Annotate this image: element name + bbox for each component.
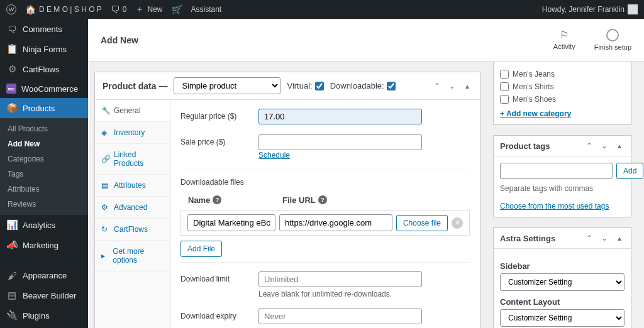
categories-panel: Men's Jeans Men's Shirts Men's Shoes + A…: [493, 62, 631, 125]
avatar: [628, 4, 638, 14]
menu-ninjaforms[interactable]: 📋Ninja Forms: [0, 39, 88, 59]
gear-icon: ⚙: [101, 203, 110, 212]
tags-hint: Separate tags with commas: [500, 184, 625, 193]
move-up-icon[interactable]: ⌃: [584, 233, 594, 243]
menu-plugins[interactable]: 🔌Plugins: [0, 305, 88, 325]
tab-attributes[interactable]: ▤Attributes: [95, 175, 170, 197]
move-down-icon[interactable]: ⌄: [599, 141, 609, 151]
menu-products[interactable]: 📦Products: [0, 98, 88, 118]
tags-panel: Product tags ⌃ ⌄ ▴ Add Separate tags wit…: [493, 135, 631, 217]
sale-price-label: Sale price ($): [180, 134, 250, 146]
submenu-all[interactable]: All Products: [0, 121, 88, 136]
move-up-icon[interactable]: ⌃: [584, 141, 594, 151]
submenu-reviews[interactable]: Reviews: [0, 197, 88, 212]
astra-sidebar-select[interactable]: Customizer Setting: [500, 273, 625, 291]
tab-general[interactable]: 🔧General: [95, 100, 170, 122]
file-row: Choose file ✕: [180, 210, 470, 236]
link-icon: 🔗: [101, 155, 110, 163]
regular-price-label: Regular price ($): [180, 109, 250, 121]
list-icon: ▤: [101, 181, 110, 190]
astra-title: Astra Settings: [500, 234, 555, 243]
cart-icon[interactable]: 🛒: [172, 4, 182, 14]
collapse-icon[interactable]: ▴: [462, 81, 472, 91]
help-icon[interactable]: ?: [213, 195, 221, 204]
comments-link[interactable]: 🗨0: [111, 4, 127, 14]
most-used-tags-link[interactable]: Choose from the most used tags: [500, 202, 625, 210]
cartflows-icon: ⚙: [6, 63, 18, 75]
tab-more[interactable]: ▸Get more options: [95, 241, 170, 271]
collapse-icon[interactable]: ▴: [614, 141, 625, 151]
page-header: Add New ⚐ Activity Finish setup: [88, 19, 644, 62]
submenu-addnew[interactable]: Add New: [0, 136, 88, 151]
account-greeting[interactable]: Howdy, Jennifer Franklin: [542, 4, 638, 14]
builder-icon: ▤: [6, 290, 18, 301]
speech-icon: 🗨: [6, 23, 18, 35]
woo-icon: wc: [6, 84, 16, 94]
file-name-input[interactable]: [187, 214, 275, 231]
tab-linked[interactable]: 🔗Linked Products: [95, 144, 170, 175]
dl-limit-hint: Leave blank for unlimited re-downloads.: [258, 290, 470, 298]
downloadable-checkbox[interactable]: [387, 82, 396, 90]
finish-setup-link[interactable]: Finish setup: [594, 29, 631, 51]
general-panel: Regular price ($) Sale price ($) Schedul…: [170, 100, 480, 328]
cat-item[interactable]: Men's Jeans: [500, 68, 625, 80]
downloadable-label[interactable]: Downloadable:: [330, 81, 396, 90]
cartflows2-icon: ↻: [101, 225, 110, 234]
help-icon[interactable]: ?: [318, 195, 327, 204]
submenu-tags[interactable]: Tags: [0, 167, 88, 182]
wp-logo[interactable]: W: [6, 4, 16, 14]
submenu-attributes[interactable]: Attributes: [0, 182, 88, 197]
schedule-link[interactable]: Schedule: [258, 151, 290, 160]
menu-cartflows[interactable]: ⚙CartFlows: [0, 59, 88, 79]
virtual-label[interactable]: Virtual:: [287, 81, 323, 90]
collapse-icon[interactable]: ▴: [614, 233, 625, 243]
assistant-link[interactable]: Assistant: [191, 5, 222, 14]
regular-price-input[interactable]: [258, 109, 422, 124]
add-tag-button[interactable]: Add: [616, 163, 643, 179]
add-file-button[interactable]: Add File: [180, 241, 222, 257]
tab-cartflows[interactable]: ↻CartFlows: [95, 219, 170, 241]
tab-inventory[interactable]: ◈Inventory: [95, 122, 170, 144]
menu-appearance[interactable]: 🖌Appearance: [0, 265, 88, 285]
menu-beaver[interactable]: ▤Beaver Builder: [0, 285, 88, 305]
menu-analytics[interactable]: 📊Analytics: [0, 215, 88, 235]
move-down-icon[interactable]: ⌄: [599, 233, 609, 243]
product-data-title: Product data —: [103, 81, 167, 91]
megaphone-icon: 📣: [6, 239, 18, 251]
submenu-categories[interactable]: Categories: [0, 151, 88, 167]
menu-woocommerce[interactable]: wcWooCommerce: [0, 79, 88, 98]
admin-sidebar: 🗨Comments 📋Ninja Forms ⚙CartFlows wcWooC…: [0, 19, 88, 328]
choose-file-button[interactable]: Choose file: [396, 215, 448, 231]
astra-panel: Astra Settings ⌃ ⌄ ▴ Sidebar Customizer …: [493, 227, 631, 328]
tags-title: Product tags: [500, 141, 550, 151]
sale-price-input[interactable]: [258, 134, 422, 150]
product-data-box: Product data — Simple product Virtual: D…: [94, 72, 480, 328]
dl-expiry-label: Download expiry: [180, 309, 250, 320]
cat-item[interactable]: Men's Shoes: [500, 93, 625, 106]
add-category-link[interactable]: + Add new category: [500, 109, 571, 118]
menu-marketing[interactable]: 📣Marketing: [0, 235, 88, 255]
dl-expiry-input[interactable]: [258, 309, 422, 324]
activity-link[interactable]: ⚐ Activity: [553, 29, 575, 51]
flag-icon: ⚐: [560, 29, 569, 41]
products-submenu: All Products Add New Categories Tags Att…: [0, 118, 88, 215]
site-name: D E M O | S H O P: [39, 5, 102, 14]
menu-comments[interactable]: 🗨Comments: [0, 19, 88, 39]
move-up-icon[interactable]: ⌃: [432, 81, 442, 91]
wrench-icon: 🔧: [101, 106, 110, 115]
product-type-select[interactable]: Simple product: [174, 77, 280, 94]
remove-file-icon[interactable]: ✕: [452, 217, 463, 229]
new-content-link[interactable]: ＋New: [135, 4, 162, 15]
virtual-checkbox[interactable]: [315, 82, 324, 90]
home-link[interactable]: 🏠D E M O | S H O P: [25, 4, 102, 14]
dl-limit-input[interactable]: [258, 271, 422, 287]
cat-item[interactable]: Men's Shirts: [500, 80, 625, 93]
tab-advanced[interactable]: ⚙Advanced: [95, 197, 170, 219]
form-icon: 📋: [6, 43, 18, 55]
file-url-input[interactable]: [279, 214, 392, 231]
menu-users[interactable]: 👤Users: [0, 325, 88, 328]
tag-input[interactable]: [500, 163, 613, 179]
admin-bar: W 🏠D E M O | S H O P 🗨0 ＋New 🛒 Assistant…: [0, 0, 644, 19]
move-down-icon[interactable]: ⌄: [447, 81, 457, 91]
astra-content-select[interactable]: Customizer Setting: [500, 309, 625, 327]
